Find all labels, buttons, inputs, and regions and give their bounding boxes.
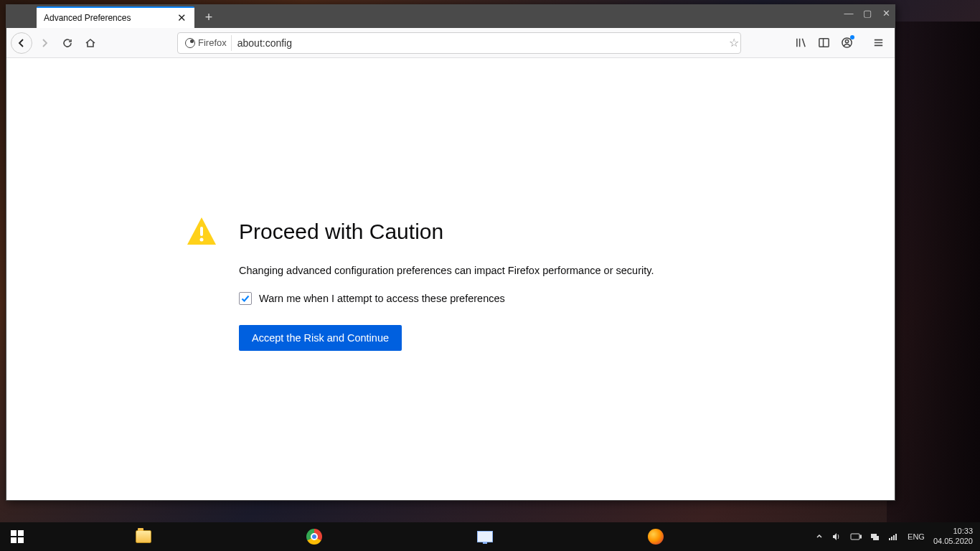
identity-label: Firefox — [198, 37, 227, 48]
start-button[interactable] — [0, 522, 34, 551]
svg-rect-16 — [895, 534, 897, 540]
svg-rect-0 — [819, 39, 828, 47]
home-button[interactable] — [80, 32, 101, 54]
page-content: Proceed with Caution Changing advanced c… — [6, 58, 895, 500]
svg-rect-12 — [873, 536, 879, 540]
identity-box[interactable]: Firefox — [181, 35, 232, 51]
svg-rect-6 — [18, 530, 24, 536]
warning-description: Changing advanced configuration preferen… — [239, 265, 701, 276]
warn-checkbox-label: Warn me when I attempt to access these p… — [259, 293, 505, 304]
taskbar-clock[interactable]: 10:33 04.05.2020 — [933, 527, 973, 547]
resource-monitor-icon[interactable] — [468, 522, 502, 551]
warn-checkbox-row[interactable]: Warn me when I attempt to access these p… — [239, 292, 701, 305]
svg-rect-15 — [893, 535, 895, 540]
clock-time: 10:33 — [933, 527, 973, 537]
chrome-icon[interactable] — [297, 522, 331, 551]
address-bar[interactable]: Firefox ☆ — [177, 32, 741, 54]
bookmark-star-icon[interactable]: ☆ — [725, 36, 738, 50]
hamburger-menu-icon[interactable] — [867, 32, 889, 54]
window-controls: — ▢ ✕ — [843, 8, 892, 19]
tray-chevron-icon[interactable] — [816, 533, 823, 540]
svg-rect-9 — [851, 534, 859, 540]
account-icon[interactable] — [836, 32, 857, 54]
firefox-window: Advanced Preferences ✕ + — ▢ ✕ Firefox — [6, 4, 895, 501]
back-button[interactable] — [11, 32, 32, 54]
system-tray: ENG 10:33 04.05.2020 — [809, 527, 980, 547]
tab-title: Advanced Preferences — [44, 13, 171, 23]
svg-rect-7 — [11, 537, 17, 543]
windows-taskbar: ENG 10:33 04.05.2020 — [0, 522, 980, 551]
language-indicator[interactable]: ENG — [908, 532, 925, 541]
titlebar: Advanced Preferences ✕ + — ▢ ✕ — [6, 5, 895, 28]
browser-tab-active[interactable]: Advanced Preferences ✕ — [37, 6, 194, 28]
toolbar-right-icons — [790, 32, 889, 54]
new-tab-button[interactable]: + — [199, 7, 219, 27]
battery-icon[interactable] — [850, 533, 862, 540]
svg-point-4 — [200, 238, 204, 242]
warn-checkbox[interactable] — [239, 292, 252, 305]
sidebar-icon[interactable] — [813, 32, 834, 54]
wifi-icon[interactable] — [889, 532, 899, 541]
volume-icon[interactable] — [831, 532, 842, 542]
reload-button[interactable] — [57, 32, 78, 54]
wallpaper-art — [887, 22, 980, 522]
library-icon[interactable] — [790, 32, 811, 54]
svg-rect-3 — [200, 227, 203, 236]
close-window-button[interactable]: ✕ — [880, 8, 892, 19]
maximize-button[interactable]: ▢ — [862, 8, 873, 19]
url-input[interactable] — [232, 37, 725, 49]
svg-rect-5 — [11, 530, 17, 536]
svg-point-2 — [845, 39, 848, 42]
file-explorer-icon[interactable] — [126, 522, 161, 551]
close-tab-icon[interactable]: ✕ — [176, 12, 187, 24]
svg-rect-13 — [889, 538, 890, 540]
clock-date: 04.05.2020 — [933, 537, 973, 547]
svg-rect-8 — [18, 537, 24, 543]
svg-rect-14 — [891, 537, 892, 540]
notification-dot-icon — [850, 35, 854, 39]
page-title: Proceed with Caution — [239, 220, 443, 244]
about-config-warning: Proceed with Caution Changing advanced c… — [184, 215, 701, 351]
forward-button[interactable] — [34, 32, 55, 54]
network-icon[interactable] — [870, 532, 880, 541]
warning-triangle-icon — [184, 215, 219, 249]
firefox-taskbar-icon[interactable] — [639, 522, 673, 551]
navigation-toolbar: Firefox ☆ — [6, 28, 895, 58]
minimize-button[interactable]: — — [843, 8, 854, 19]
firefox-icon — [185, 38, 195, 48]
accept-risk-button[interactable]: Accept the Risk and Continue — [239, 325, 402, 351]
taskbar-pinned-apps — [126, 522, 673, 551]
svg-rect-10 — [860, 535, 862, 538]
